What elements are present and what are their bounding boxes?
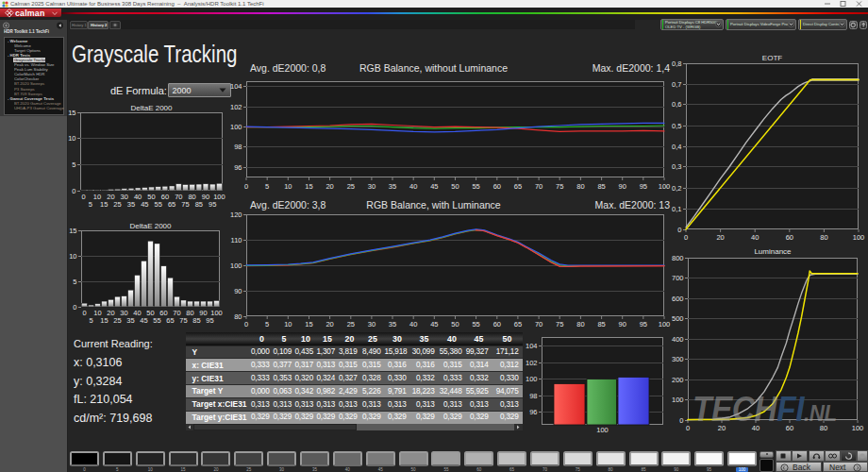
svg-text:RGB Balance, with Luminance: RGB Balance, with Luminance [366, 199, 501, 211]
svg-text:100: 100 [596, 426, 609, 434]
svg-text:15: 15 [305, 182, 312, 191]
svg-text:102: 102 [230, 103, 242, 111]
svg-text:25: 25 [113, 200, 121, 209]
svg-text:20: 20 [716, 233, 724, 242]
svg-text:0,7: 0,7 [672, 80, 681, 89]
svg-text:0: 0 [82, 193, 86, 201]
svg-text:40: 40 [751, 233, 759, 242]
svg-text:5: 5 [89, 316, 92, 325]
svg-text:35: 35 [389, 320, 396, 329]
svg-text:65: 65 [166, 316, 174, 325]
svg-text:Avg. dE2000: 3,8: Avg. dE2000: 3,8 [250, 199, 326, 211]
svg-text:85: 85 [597, 182, 605, 191]
svg-text:70: 70 [535, 182, 542, 191]
svg-text:60: 60 [786, 233, 793, 242]
svg-text:75: 75 [181, 200, 189, 209]
svg-text:65: 65 [168, 200, 175, 209]
svg-text:45: 45 [140, 316, 147, 325]
svg-text:10: 10 [284, 320, 292, 329]
svg-text:55: 55 [153, 316, 160, 325]
svg-text:0: 0 [677, 226, 681, 234]
svg-text:100: 100 [526, 375, 538, 383]
svg-text:25: 25 [347, 182, 355, 191]
svg-text:75: 75 [179, 316, 187, 325]
svg-text:0: 0 [73, 303, 76, 312]
svg-text:40: 40 [409, 182, 417, 191]
svg-text:5: 5 [72, 160, 75, 169]
svg-text:80: 80 [820, 233, 827, 242]
svg-text:45: 45 [430, 320, 438, 329]
svg-text:700: 700 [672, 274, 684, 282]
svg-text:85: 85 [597, 320, 605, 329]
svg-text:35: 35 [127, 200, 135, 209]
svg-text:15: 15 [69, 227, 76, 235]
svg-text:DeltaE 2000: DeltaE 2000 [130, 104, 173, 112]
svg-text:300: 300 [672, 355, 684, 363]
svg-text:10: 10 [68, 134, 75, 143]
svg-text:25: 25 [347, 320, 355, 329]
svg-text:600: 600 [672, 295, 684, 303]
svg-text:30: 30 [368, 320, 376, 329]
svg-text:0,5: 0,5 [672, 122, 681, 130]
svg-text:50: 50 [451, 182, 459, 191]
svg-text:15: 15 [68, 109, 75, 117]
svg-text:85: 85 [195, 200, 203, 209]
svg-text:55: 55 [472, 182, 479, 191]
svg-text:5: 5 [265, 182, 269, 191]
svg-text:60: 60 [493, 182, 501, 191]
svg-text:Max. dE2000: 1,4: Max. dE2000: 1,4 [593, 62, 670, 74]
svg-text:80: 80 [576, 320, 584, 329]
svg-text:0: 0 [72, 187, 75, 195]
svg-text:20: 20 [326, 182, 333, 191]
svg-text:60: 60 [493, 320, 501, 329]
svg-text:EOTF: EOTF [762, 54, 782, 62]
svg-text:10: 10 [69, 252, 76, 261]
svg-text:120: 120 [230, 211, 242, 219]
svg-text:75: 75 [556, 320, 563, 329]
svg-text:0,4: 0,4 [672, 143, 681, 151]
svg-text:80: 80 [576, 182, 584, 191]
svg-text:0: 0 [684, 233, 688, 242]
svg-text:0: 0 [244, 320, 248, 329]
svg-text:30: 30 [368, 182, 376, 191]
svg-text:100: 100 [230, 123, 242, 131]
svg-text:0: 0 [244, 182, 248, 191]
svg-text:0: 0 [686, 424, 690, 432]
svg-text:90: 90 [619, 182, 626, 191]
svg-text:5: 5 [89, 200, 92, 209]
svg-text:110: 110 [231, 236, 242, 244]
svg-text:100: 100 [672, 396, 684, 404]
svg-text:95: 95 [640, 182, 647, 191]
svg-text:100: 100 [230, 261, 242, 270]
svg-text:65: 65 [514, 182, 522, 191]
svg-text:15: 15 [305, 320, 312, 329]
svg-text:40: 40 [409, 320, 417, 329]
svg-text:0,6: 0,6 [672, 100, 681, 109]
svg-text:80: 80 [234, 312, 242, 321]
svg-text:20: 20 [326, 320, 333, 329]
svg-text:Max. dE2000: 13: Max. dE2000: 13 [595, 199, 671, 211]
svg-text:Luminance: Luminance [754, 247, 792, 256]
svg-text:35: 35 [126, 316, 134, 325]
svg-text:5: 5 [265, 320, 269, 329]
svg-text:400: 400 [672, 335, 684, 344]
svg-text:15: 15 [100, 316, 108, 325]
svg-text:95: 95 [640, 320, 647, 329]
svg-text:100: 100 [853, 233, 865, 242]
svg-text:96: 96 [529, 408, 537, 416]
svg-text:98: 98 [234, 143, 242, 151]
svg-text:10: 10 [284, 182, 292, 191]
svg-text:96: 96 [234, 163, 242, 172]
svg-text:0: 0 [679, 416, 683, 425]
svg-text:65: 65 [514, 320, 522, 329]
svg-text:0,8: 0,8 [672, 59, 681, 68]
svg-text:25: 25 [113, 316, 121, 325]
svg-text:0,2: 0,2 [672, 184, 681, 193]
svg-text:98: 98 [529, 392, 537, 400]
svg-text:Avg. dE2000: 0,8: Avg. dE2000: 0,8 [250, 62, 326, 74]
svg-text:0,1: 0,1 [672, 205, 681, 213]
svg-text:DeltaE 2000: DeltaE 2000 [129, 222, 172, 230]
svg-text:95: 95 [206, 316, 213, 325]
svg-text:0: 0 [82, 309, 86, 317]
svg-text:104: 104 [526, 342, 538, 350]
